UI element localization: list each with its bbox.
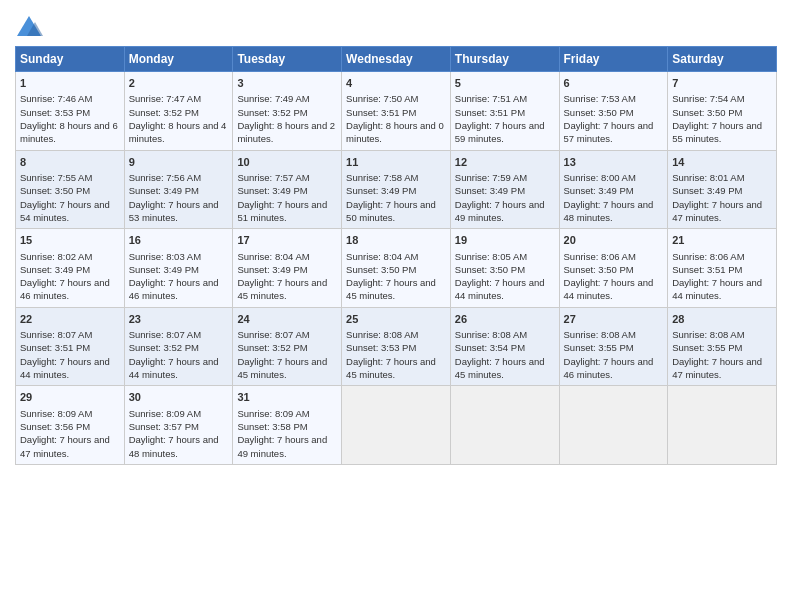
day-number: 17: [237, 233, 337, 248]
sunrise: Sunrise: 8:04 AM: [237, 251, 309, 262]
calendar-cell: 19Sunrise: 8:05 AMSunset: 3:50 PMDayligh…: [450, 229, 559, 308]
calendar-cell: 21Sunrise: 8:06 AMSunset: 3:51 PMDayligh…: [668, 229, 777, 308]
day-number: 15: [20, 233, 120, 248]
daylight: Daylight: 7 hours and 57 minutes.: [564, 120, 654, 144]
sunset: Sunset: 3:52 PM: [129, 107, 199, 118]
sunrise: Sunrise: 7:58 AM: [346, 172, 418, 183]
sunrise: Sunrise: 7:59 AM: [455, 172, 527, 183]
sunset: Sunset: 3:54 PM: [455, 342, 525, 353]
sunset: Sunset: 3:53 PM: [346, 342, 416, 353]
sunset: Sunset: 3:50 PM: [346, 264, 416, 275]
sunset: Sunset: 3:52 PM: [129, 342, 199, 353]
day-header-saturday: Saturday: [668, 47, 777, 72]
calendar-cell: 9Sunrise: 7:56 AMSunset: 3:49 PMDaylight…: [124, 150, 233, 229]
sunrise: Sunrise: 8:08 AM: [564, 329, 636, 340]
sunset: Sunset: 3:49 PM: [129, 185, 199, 196]
sunset: Sunset: 3:49 PM: [20, 264, 90, 275]
day-header-friday: Friday: [559, 47, 668, 72]
week-row-1: 1Sunrise: 7:46 AMSunset: 3:53 PMDaylight…: [16, 72, 777, 151]
sunrise: Sunrise: 8:06 AM: [564, 251, 636, 262]
sunset: Sunset: 3:49 PM: [237, 185, 307, 196]
day-number: 9: [129, 155, 229, 170]
day-number: 18: [346, 233, 446, 248]
header: [15, 10, 777, 42]
calendar-cell: 22Sunrise: 8:07 AMSunset: 3:51 PMDayligh…: [16, 307, 125, 386]
sunrise: Sunrise: 7:55 AM: [20, 172, 92, 183]
sunset: Sunset: 3:49 PM: [129, 264, 199, 275]
day-number: 29: [20, 390, 120, 405]
calendar-cell: 30Sunrise: 8:09 AMSunset: 3:57 PMDayligh…: [124, 386, 233, 465]
daylight: Daylight: 7 hours and 55 minutes.: [672, 120, 762, 144]
daylight: Daylight: 7 hours and 44 minutes.: [20, 356, 110, 380]
day-number: 25: [346, 312, 446, 327]
daylight: Daylight: 8 hours and 4 minutes.: [129, 120, 227, 144]
calendar-cell: 31Sunrise: 8:09 AMSunset: 3:58 PMDayligh…: [233, 386, 342, 465]
calendar-cell: 23Sunrise: 8:07 AMSunset: 3:52 PMDayligh…: [124, 307, 233, 386]
daylight: Daylight: 7 hours and 50 minutes.: [346, 199, 436, 223]
sunrise: Sunrise: 7:49 AM: [237, 93, 309, 104]
sunset: Sunset: 3:57 PM: [129, 421, 199, 432]
daylight: Daylight: 7 hours and 47 minutes.: [672, 356, 762, 380]
sunset: Sunset: 3:49 PM: [346, 185, 416, 196]
sunset: Sunset: 3:51 PM: [455, 107, 525, 118]
sunrise: Sunrise: 8:09 AM: [20, 408, 92, 419]
sunset: Sunset: 3:49 PM: [455, 185, 525, 196]
day-number: 11: [346, 155, 446, 170]
calendar-cell: 2Sunrise: 7:47 AMSunset: 3:52 PMDaylight…: [124, 72, 233, 151]
header-row: SundayMondayTuesdayWednesdayThursdayFrid…: [16, 47, 777, 72]
day-number: 19: [455, 233, 555, 248]
sunset: Sunset: 3:49 PM: [672, 185, 742, 196]
day-header-monday: Monday: [124, 47, 233, 72]
daylight: Daylight: 7 hours and 46 minutes.: [564, 356, 654, 380]
daylight: Daylight: 7 hours and 54 minutes.: [20, 199, 110, 223]
sunset: Sunset: 3:51 PM: [672, 264, 742, 275]
sunset: Sunset: 3:51 PM: [346, 107, 416, 118]
day-number: 27: [564, 312, 664, 327]
calendar-cell: 3Sunrise: 7:49 AMSunset: 3:52 PMDaylight…: [233, 72, 342, 151]
day-number: 13: [564, 155, 664, 170]
daylight: Daylight: 7 hours and 48 minutes.: [129, 434, 219, 458]
calendar-cell: 8Sunrise: 7:55 AMSunset: 3:50 PMDaylight…: [16, 150, 125, 229]
daylight: Daylight: 8 hours and 6 minutes.: [20, 120, 118, 144]
daylight: Daylight: 7 hours and 53 minutes.: [129, 199, 219, 223]
daylight: Daylight: 7 hours and 45 minutes.: [346, 356, 436, 380]
day-number: 4: [346, 76, 446, 91]
sunrise: Sunrise: 7:47 AM: [129, 93, 201, 104]
calendar-cell: 1Sunrise: 7:46 AMSunset: 3:53 PMDaylight…: [16, 72, 125, 151]
calendar-cell: 29Sunrise: 8:09 AMSunset: 3:56 PMDayligh…: [16, 386, 125, 465]
sunset: Sunset: 3:55 PM: [564, 342, 634, 353]
daylight: Daylight: 8 hours and 0 minutes.: [346, 120, 444, 144]
sunrise: Sunrise: 8:00 AM: [564, 172, 636, 183]
day-number: 23: [129, 312, 229, 327]
calendar-cell: 25Sunrise: 8:08 AMSunset: 3:53 PMDayligh…: [342, 307, 451, 386]
sunrise: Sunrise: 8:07 AM: [129, 329, 201, 340]
day-number: 1: [20, 76, 120, 91]
week-row-5: 29Sunrise: 8:09 AMSunset: 3:56 PMDayligh…: [16, 386, 777, 465]
sunrise: Sunrise: 7:54 AM: [672, 93, 744, 104]
sunset: Sunset: 3:53 PM: [20, 107, 90, 118]
calendar-cell: 7Sunrise: 7:54 AMSunset: 3:50 PMDaylight…: [668, 72, 777, 151]
week-row-2: 8Sunrise: 7:55 AMSunset: 3:50 PMDaylight…: [16, 150, 777, 229]
day-number: 14: [672, 155, 772, 170]
day-number: 20: [564, 233, 664, 248]
day-number: 2: [129, 76, 229, 91]
sunrise: Sunrise: 7:53 AM: [564, 93, 636, 104]
daylight: Daylight: 7 hours and 45 minutes.: [346, 277, 436, 301]
calendar-cell: 16Sunrise: 8:03 AMSunset: 3:49 PMDayligh…: [124, 229, 233, 308]
sunrise: Sunrise: 7:51 AM: [455, 93, 527, 104]
day-number: 10: [237, 155, 337, 170]
calendar-cell: [668, 386, 777, 465]
calendar-cell: 12Sunrise: 7:59 AMSunset: 3:49 PMDayligh…: [450, 150, 559, 229]
calendar-cell: 17Sunrise: 8:04 AMSunset: 3:49 PMDayligh…: [233, 229, 342, 308]
daylight: Daylight: 7 hours and 49 minutes.: [455, 199, 545, 223]
sunset: Sunset: 3:50 PM: [455, 264, 525, 275]
daylight: Daylight: 7 hours and 44 minutes.: [672, 277, 762, 301]
logo: [15, 14, 47, 42]
daylight: Daylight: 7 hours and 47 minutes.: [20, 434, 110, 458]
day-number: 8: [20, 155, 120, 170]
day-number: 21: [672, 233, 772, 248]
sunset: Sunset: 3:58 PM: [237, 421, 307, 432]
daylight: Daylight: 7 hours and 44 minutes.: [455, 277, 545, 301]
day-number: 12: [455, 155, 555, 170]
sunset: Sunset: 3:49 PM: [564, 185, 634, 196]
